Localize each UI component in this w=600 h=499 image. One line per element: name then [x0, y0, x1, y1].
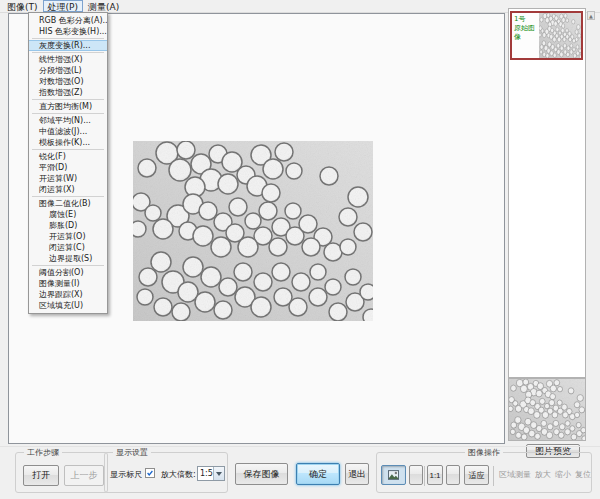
fit-view-button[interactable]: 适应 — [464, 465, 489, 485]
micrograph-image[interactable] — [133, 141, 373, 321]
toolbar-divider — [493, 466, 494, 486]
dropdown-menu-item[interactable]: 分段增强(L) — [29, 65, 107, 76]
image-name-label: 原始图像 — [514, 24, 538, 42]
dropdown-menu-item[interactable]: 模板操作(K)... — [29, 137, 107, 148]
menu-item[interactable]: 测量(A) — [83, 0, 124, 12]
menu-separator — [32, 149, 104, 150]
image-tools-group: 图像操作 1:1适应区域测量放大缩小复位 — [376, 452, 592, 493]
dropdown-menu-item[interactable]: 直方图均衡(M) — [29, 101, 107, 112]
image-list-item[interactable]: 1号 原始图像 — [510, 11, 583, 60]
display-group-title: 显示设置 — [113, 447, 151, 458]
image-tool-button[interactable] — [381, 465, 406, 485]
dropdown-menu-item[interactable]: 中值滤波(J)... — [29, 126, 107, 137]
dropdown-menu-item[interactable]: 图像二值化(B) — [29, 198, 107, 209]
dropdown-menu-item[interactable]: 腐蚀(E) — [29, 209, 107, 220]
preview-thumbnail — [508, 378, 586, 441]
dropdown-menu-item[interactable]: 线性增强(X) — [29, 54, 107, 65]
menu-separator — [32, 38, 104, 39]
image-thumbnail — [539, 13, 581, 58]
zoom-factor-label: 放大倍数: — [161, 469, 196, 480]
list-scroll-up-icon[interactable]: ▲ — [587, 11, 595, 20]
menu-separator — [32, 99, 104, 100]
actual-size-button[interactable]: 1:1 — [427, 465, 443, 485]
magnifier-tool-button[interactable] — [446, 465, 460, 485]
dropdown-menu-item[interactable]: 闭运算(X) — [29, 184, 107, 195]
menu-open[interactable]: 处理(P) — [43, 0, 83, 12]
zoom-factor-select[interactable]: 1:5 — [197, 466, 225, 481]
chevron-down-icon[interactable] — [213, 467, 224, 480]
dropdown-menu-item[interactable]: 闭运算(C) — [29, 242, 107, 253]
dropdown-menu-item[interactable]: 膨胀(D) — [29, 220, 107, 231]
dropdown-menu-item[interactable]: 图像测量(I) — [29, 278, 107, 289]
disabled-tool-label: 区域测量 — [499, 465, 531, 485]
dropdown-menu-item[interactable]: 阈值分割(O) — [29, 267, 107, 278]
menu-separator — [32, 52, 104, 53]
zoom-factor-value: 1:5 — [198, 467, 213, 480]
dropdown-menu-item[interactable]: HIS 色彩变换(H)... — [29, 26, 107, 37]
open-button[interactable]: 打开 — [23, 465, 59, 486]
image-list-item-label: 1号 原始图像 — [512, 13, 539, 58]
workflow-group: 工作步骤 打开 上一步 — [15, 452, 108, 493]
display-settings-group: 显示设置 显示标尺 放大倍数: 1:5 — [104, 452, 228, 493]
dropdown-menu-item[interactable]: 指数增强(Z) — [29, 87, 107, 98]
app-window: 图像(T)处理(P)测量(A) RGB 色彩分离(A)...HIS 色彩变换(H… — [0, 0, 600, 499]
show-ruler-checkbox[interactable] — [145, 468, 155, 478]
dropdown-menu-item[interactable]: 区域填充(U) — [29, 300, 107, 311]
image-icon — [388, 469, 399, 481]
grid-tool-button[interactable] — [409, 465, 423, 485]
dropdown-menu-item[interactable]: 灰度变换(R)... — [29, 40, 107, 51]
save-image-button[interactable]: 保存图像 — [235, 463, 288, 485]
show-ruler-label: 显示标尺 — [110, 469, 142, 480]
tools-group-title: 图像操作 — [465, 447, 503, 458]
workflow-group-title: 工作步骤 — [24, 447, 62, 458]
menu-separator — [32, 265, 104, 266]
dropdown-menu-item[interactable]: 平滑(D) — [29, 162, 107, 173]
disabled-tool-label: 复位 — [575, 465, 591, 485]
menu-separator — [32, 196, 104, 197]
dropdown-menu-item[interactable]: 边界提取(S) — [29, 253, 107, 264]
disabled-tool-label: 缩小 — [555, 465, 571, 485]
dropdown-menu-item[interactable]: 开运算(O) — [29, 231, 107, 242]
dropdown-menu-item[interactable]: 边界跟踪(X) — [29, 289, 107, 300]
dropdown-menu-item[interactable]: 对数增强(O) — [29, 76, 107, 87]
bottom-control-bar: 工作步骤 打开 上一步 显示设置 显示标尺 放大倍数: 1:5 保存图像 确定 … — [0, 446, 600, 499]
back-step-button[interactable]: 上一步 — [64, 465, 104, 486]
image-list[interactable]: 1号 原始图像 ▲ — [508, 8, 586, 378]
menu-separator — [32, 113, 104, 114]
image-index-label: 1号 — [514, 15, 538, 24]
exit-button[interactable]: 退出 — [345, 463, 369, 485]
disabled-tool-label: 放大 — [535, 465, 551, 485]
dropdown-menu-item[interactable]: 锐化(F) — [29, 151, 107, 162]
toolbar-divider — [424, 466, 425, 486]
menu-item[interactable]: 图像(T) — [2, 0, 43, 12]
dropdown-menu-item[interactable]: 开运算(W) — [29, 173, 107, 184]
dropdown-menu: RGB 色彩分离(A)...HIS 色彩变换(H)...灰度变换(R)...线性… — [28, 12, 108, 314]
dropdown-menu-item[interactable]: RGB 色彩分离(A)... — [29, 15, 107, 26]
ok-button[interactable]: 确定 — [296, 463, 340, 485]
dropdown-menu-item[interactable]: 邻域平均(N)... — [29, 115, 107, 126]
